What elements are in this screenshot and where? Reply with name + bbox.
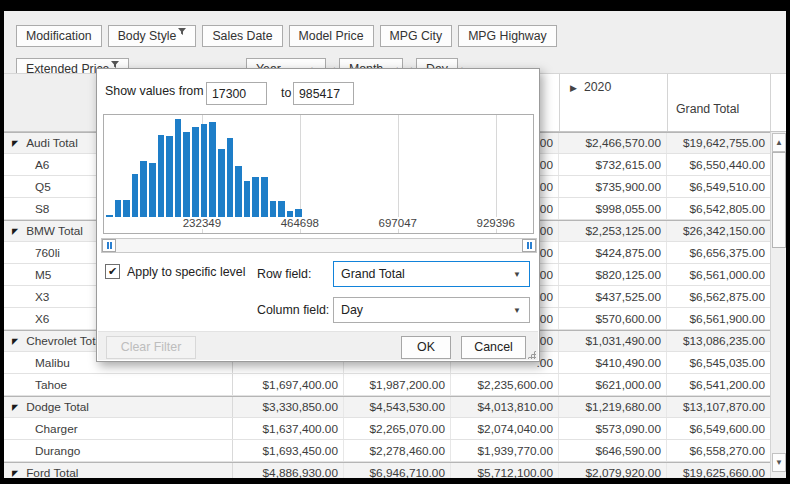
cell: $4,013,810.00	[451, 397, 559, 417]
row-header-cell[interactable]: Tahoe	[4, 374, 233, 395]
cell: $1,987,200.00	[344, 374, 451, 395]
expand-row-icon[interactable]: ◤	[12, 469, 18, 478]
field-chip-mpg-city[interactable]: MPG City	[380, 25, 453, 47]
cell: $424,875.00	[559, 242, 667, 263]
scroll-up-button[interactable]: ▲	[772, 133, 786, 152]
column-header-grand-total[interactable]: Grand Total	[676, 102, 739, 116]
field-chip-label: Sales Date	[212, 29, 272, 43]
ok-button[interactable]: OK	[401, 336, 451, 359]
filter-icon[interactable]	[178, 25, 186, 39]
cell: $6,946,710.00	[344, 463, 451, 478]
column-header-2020[interactable]: ▶2020	[570, 80, 611, 94]
table-row: ◤Ford Total$4,886,930.00$6,946,710.00$5,…	[4, 462, 770, 478]
histogram-bar	[270, 201, 277, 217]
field-panel-row1: ModificationBody StyleSales DateModel Pr…	[16, 25, 557, 47]
cell: $6,549,510.00	[667, 176, 770, 197]
expand-row-icon[interactable]: ◤	[12, 337, 18, 346]
cell: $19,642,755.00	[667, 133, 770, 153]
histogram-bar	[166, 136, 173, 217]
row-header-label: Tahoe	[35, 378, 67, 392]
row-header-label: Ford Total	[26, 466, 78, 478]
cell: $13,107,870.00	[667, 397, 770, 417]
scrollbar-thumb[interactable]	[772, 152, 786, 248]
row-header-cell[interactable]: ◤Ford Total	[4, 463, 233, 478]
column-field-combobox[interactable]: Day ▼	[333, 297, 530, 323]
to-value-input[interactable]	[293, 82, 354, 105]
cell: $6,562,875.00	[667, 286, 770, 307]
cell: $410,490.00	[559, 352, 667, 373]
expand-row-icon[interactable]: ◤	[12, 227, 18, 236]
cell: $6,541,200.00	[667, 374, 770, 395]
show-values-from-label: Show values from	[105, 84, 203, 98]
chevron-down-icon[interactable]: ▼	[513, 270, 521, 279]
row-header-cell[interactable]: Durango	[4, 440, 233, 461]
cancel-button[interactable]: Cancel	[461, 336, 526, 359]
table-row: ◤Dodge Total$3,330,850.00$4,543,530.00$4…	[4, 396, 770, 418]
row-header-label: Q5	[35, 180, 51, 194]
histogram-bar	[227, 138, 234, 217]
field-chip-sales-date[interactable]: Sales Date	[202, 25, 282, 47]
grid-line	[496, 115, 497, 233]
column-header-2020-label: 2020	[584, 80, 611, 94]
field-chip-label: MPG Highway	[468, 29, 547, 43]
column-field-value: Day	[341, 303, 363, 317]
range-slider-left-handle[interactable]	[102, 239, 116, 252]
cell: $998,055.00	[559, 198, 667, 219]
row-header-cell[interactable]: Charger	[4, 418, 233, 439]
grip-icon	[527, 242, 532, 249]
expand-column-icon[interactable]: ▶	[570, 83, 577, 93]
histogram-bar	[175, 119, 182, 217]
cell: $5,712,100.00	[451, 463, 559, 478]
cell: $646,590.00	[559, 440, 667, 461]
histogram-bar	[209, 122, 216, 217]
histogram-bar	[192, 127, 199, 217]
range-slider-right-handle[interactable]	[522, 239, 536, 252]
cell: $2,074,040.00	[451, 418, 559, 439]
axis-tick-label: 232349	[181, 217, 223, 229]
field-chip-mpg-highway[interactable]: MPG Highway	[458, 25, 557, 47]
expand-row-icon[interactable]: ◤	[12, 139, 18, 148]
cell: $6,656,375.00	[667, 242, 770, 263]
cell: $820,125.00	[559, 264, 667, 285]
row-header-label: S8	[35, 202, 49, 216]
scroll-down-button[interactable]: ▼	[772, 453, 786, 472]
histogram-bar	[106, 215, 113, 217]
table-row: Durango$1,693,450.00$2,278,460.00$1,939,…	[4, 440, 770, 462]
row-field-combobox[interactable]: Grand Total ▼	[333, 261, 530, 287]
row-header-label: M5	[35, 268, 51, 282]
cell: $2,079,920.00	[559, 463, 667, 478]
histogram-bar	[149, 163, 156, 217]
row-header-label: Charger	[35, 422, 78, 436]
field-chip-label: MPG City	[390, 29, 443, 43]
histogram-bar	[123, 200, 130, 217]
histogram-bar	[235, 166, 242, 217]
histogram-bar	[183, 132, 190, 217]
grip-icon	[107, 242, 112, 249]
chevron-down-icon[interactable]: ▼	[513, 306, 521, 315]
cell: $570,600.00	[559, 308, 667, 329]
field-chip-body-style[interactable]: Body Style	[108, 25, 197, 47]
histogram-bar	[295, 209, 302, 217]
row-header-cell[interactable]: ◤Dodge Total	[4, 397, 233, 417]
clear-filter-button[interactable]: Clear Filter	[106, 336, 196, 359]
cell: $4,543,530.00	[344, 397, 451, 417]
vertical-scrollbar[interactable]: ▲ ▼	[770, 132, 786, 478]
cell: $6,545,035.00	[667, 352, 770, 373]
field-chip-model-price[interactable]: Model Price	[289, 25, 374, 47]
row-field-label: Row field:	[257, 267, 311, 281]
apply-level-checkbox[interactable]: ✔	[105, 264, 120, 279]
field-chip-label: Body Style	[118, 29, 177, 43]
axis-tick-label: 697047	[377, 217, 419, 229]
from-value-input[interactable]	[206, 82, 267, 105]
range-slider-track[interactable]	[101, 238, 537, 253]
row-field-value: Grand Total	[341, 267, 405, 281]
apply-level-label: Apply to specific level	[127, 265, 245, 279]
cell: $26,342,150.00	[667, 221, 770, 241]
row-header-label: Audi Total	[26, 136, 78, 150]
cell: $2,265,070.00	[344, 418, 451, 439]
table-row: Charger$1,637,400.00$2,265,070.00$2,074,…	[4, 418, 770, 440]
row-header-label: X3	[35, 290, 49, 304]
cell: $6,561,000.00	[667, 264, 770, 285]
field-chip-modification[interactable]: Modification	[16, 25, 102, 47]
expand-row-icon[interactable]: ◤	[12, 403, 18, 412]
